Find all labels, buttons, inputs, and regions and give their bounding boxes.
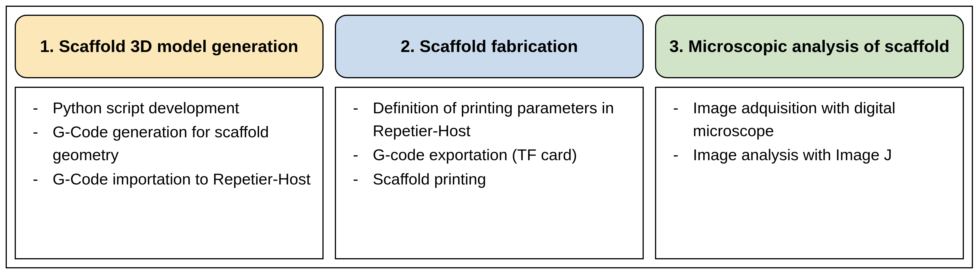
- step-3-title: 3. Microscopic analysis of scaffold: [670, 36, 950, 57]
- step-1-title: 1. Scaffold 3D model generation: [40, 36, 298, 57]
- step-1-list: Python script development G-Code generat…: [33, 96, 311, 190]
- list-item: Python script development: [33, 96, 311, 119]
- column-3: 3. Microscopic analysis of scaffold Imag…: [655, 15, 964, 259]
- step-3-header: 3. Microscopic analysis of scaffold: [655, 15, 964, 78]
- list-item: Image analysis with Image J: [673, 143, 951, 166]
- list-item: G-code exportation (TF card): [353, 143, 631, 166]
- list-item: Image adquisition with digital microscop…: [673, 96, 951, 142]
- step-1-content: Python script development G-Code generat…: [15, 87, 323, 259]
- step-3-list: Image adquisition with digital microscop…: [673, 96, 951, 167]
- step-3-content: Image adquisition with digital microscop…: [655, 87, 964, 259]
- step-1-header: 1. Scaffold 3D model generation: [15, 15, 323, 78]
- list-item: Scaffold printing: [353, 168, 631, 190]
- list-item: G-Code importation to Repetier-Host: [33, 168, 311, 190]
- list-item: Definition of printing parameters in Rep…: [353, 96, 631, 142]
- step-2-list: Definition of printing parameters in Rep…: [353, 96, 631, 190]
- step-2-content: Definition of printing parameters in Rep…: [335, 87, 644, 259]
- list-item: G-Code generation for scaffold geometry: [33, 121, 311, 166]
- step-2-header: 2. Scaffold fabrication: [335, 15, 644, 78]
- column-1: 1. Scaffold 3D model generation Python s…: [15, 15, 323, 259]
- column-2: 2. Scaffold fabrication Definition of pr…: [335, 15, 644, 259]
- process-diagram: 1. Scaffold 3D model generation Python s…: [6, 6, 973, 268]
- step-2-title: 2. Scaffold fabrication: [401, 36, 578, 57]
